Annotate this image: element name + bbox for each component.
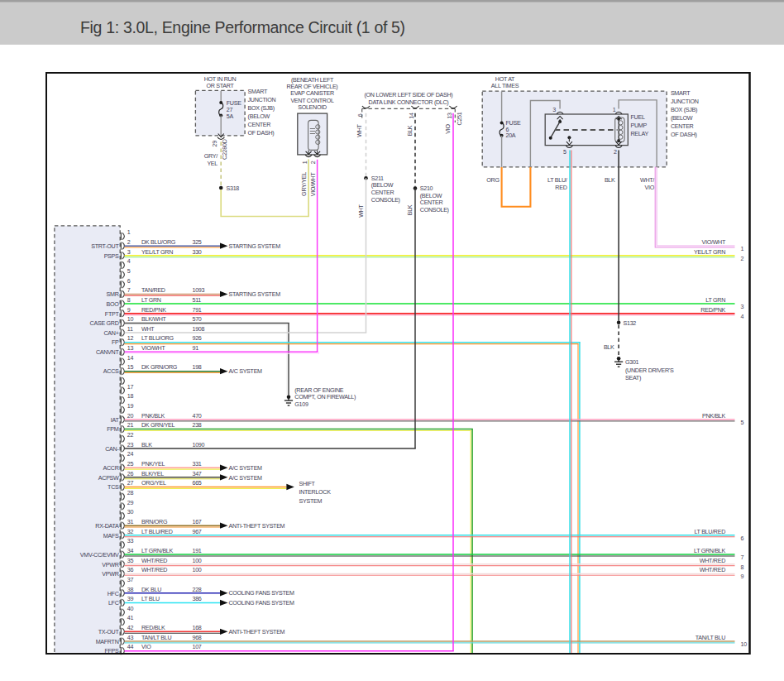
g109-note-line: COMPT, ON FIREWALL) (294, 394, 356, 400)
pcm-pin-bracket (122, 570, 124, 577)
dlc-wire14-label: BLK (407, 125, 414, 136)
dlc-note-line: DATA LINK CONNECTOR (DLC) (369, 99, 449, 106)
wire-circuit-number: 191 (193, 548, 202, 554)
system-destination: A/C SYSTEM (229, 465, 263, 472)
g109-label: G109 (294, 401, 308, 408)
pcm-pin-bracket (122, 281, 124, 288)
system-arrow (220, 590, 228, 596)
wire-color-label: BLK/YEL (141, 471, 164, 477)
pcm-pin-number: 29 (127, 500, 134, 506)
wire-circuit-number: 100 (193, 567, 202, 573)
wire-circuit-number: 330 (193, 249, 202, 256)
pcm-pin-number: 44 (127, 644, 134, 650)
g301-note-line: (UNDER DRIVER'S (625, 367, 674, 374)
sjb1-label-line: CENTER (248, 122, 271, 128)
pcm-pin-number: 9 (127, 307, 131, 314)
pcm-pin-number: 30 (127, 509, 134, 516)
foreground-wires (570, 151, 619, 654)
dlc-connector-label: C251 (457, 112, 463, 125)
wire-color-label: DK GRN/YEL (141, 422, 175, 429)
pcm-pin-bracket (122, 618, 124, 625)
wire-color-label: YEL/LT GRN (141, 249, 173, 256)
solenoid-note-line: REAR OF VEHICLE) (287, 84, 338, 90)
pcm-pin-number: 35 (127, 558, 134, 564)
wire-color-label: PNK/BLK (141, 413, 165, 420)
system-destination: STARTING SYSTEM (229, 291, 281, 298)
wire-color-label: LT GRN (141, 297, 161, 304)
pcm-connector (55, 226, 120, 654)
pcm-pin-bracket (122, 435, 124, 442)
wht-vio-wire (657, 167, 734, 246)
wire-circuit-number: 511 (193, 297, 202, 304)
pcm-pin-bracket (122, 474, 124, 481)
wire-circuit-number: 1908 (193, 326, 205, 333)
pcm-pin-number: 28 (127, 490, 134, 496)
system-destination: ANTI-THEFT SYSTEM (229, 629, 285, 635)
pcm-pin-number: 39 (127, 596, 134, 602)
pcm-pin-number: 23 (127, 442, 134, 448)
system-arrow (286, 484, 294, 490)
dlc-pin14-number: 14 (409, 113, 415, 119)
pcm-pin-bracket (122, 300, 124, 307)
terminal-dot (549, 137, 552, 140)
pcm-pin-number: 15 (127, 364, 134, 371)
engine-performance-circuit-diagram: Fig 1: 3.0L, Engine Performance Circuit … (0, 0, 784, 681)
wire-color-label: WHT/RED (141, 567, 167, 573)
pcm-pin-bracket (122, 454, 124, 461)
org-wire (502, 167, 531, 207)
wire-circuit-number: 926 (193, 335, 202, 342)
exit-number: 5 (741, 420, 744, 426)
solenoid-wire1-label: GRY/YEL (301, 172, 308, 196)
pcm-pin-number: 19 (127, 403, 134, 410)
pcm-pin-number: 24 (127, 451, 134, 458)
pcm-pin-bracket (122, 271, 124, 278)
pcm-pin-bracket (122, 387, 124, 394)
dlc-pin6-number: 6 (357, 113, 364, 117)
pcm-pin-signal: VPWR (102, 562, 118, 568)
pcm-pin-signal: ACCR (103, 465, 118, 472)
solenoid-box (298, 113, 327, 155)
sjb2-label-line: (BELOW (671, 115, 693, 122)
pcm-pin-bracket (122, 590, 124, 597)
pcm-pin-bracket (122, 425, 124, 432)
system-destination: A/C SYSTEM (229, 368, 263, 375)
sjb1-label-line: BOX (SJB) (248, 105, 275, 112)
splice-s210-label: S210 (420, 185, 433, 192)
system-destination: INTERLOCK (299, 489, 332, 496)
pcm-pin-bracket (122, 503, 124, 510)
pcm-pin-number: 20 (127, 413, 134, 420)
pcm-pin-number: 1 (127, 229, 131, 236)
pcm-pin-bracket (122, 628, 124, 635)
system-destination: COOLING FANS SYSTEM (229, 590, 295, 597)
wht-vio-wire-label: WHT/ (640, 177, 654, 184)
pcm-pin-bracket (122, 541, 124, 548)
pcm-pin-number: 14 (127, 355, 134, 362)
pcm-pin-bracket (122, 377, 124, 384)
wiring-diagram-page: Fig 1: 3.0L, Engine Performance Circuit … (0, 0, 784, 681)
pcm-pin-number: 4 (127, 258, 131, 265)
wire-color-label: PNK/YEL (141, 461, 165, 468)
wire-color-label: VIO/WHT (141, 345, 165, 352)
pcm-box (55, 226, 120, 654)
pcm-pin-number: 37 (127, 577, 134, 583)
splice-s211-label: S211 (371, 175, 384, 182)
pcm-pin-signal: SMR (107, 291, 119, 298)
pcm-pin-number: 34 (127, 548, 134, 554)
evap-vent-solenoid: (BENEATH LEFT REAR OF VEHICLE) EVAP CANI… (287, 77, 338, 197)
wire-circuit-number: 968 (193, 635, 202, 641)
pcm-pin-number: 32 (127, 529, 134, 535)
pcm-pin-bracket (122, 638, 124, 645)
pcm-pin-bracket (122, 416, 124, 423)
wire-color-label: VIO (141, 644, 151, 650)
wire-circuit-number: 325 (193, 239, 202, 246)
solenoid-note-line: EVAP CANISTER (290, 90, 334, 97)
dlc-splice14-line: (BELOW (420, 193, 442, 199)
solenoid-note-line: SOLENOID (298, 104, 327, 111)
pcm-pin-bracket (122, 338, 124, 345)
pcm-pin-signal: CAN+ (103, 330, 118, 337)
solenoid-note-line: VENT CONTROL (290, 98, 334, 104)
pcm-pin-bracket (122, 561, 124, 568)
wire-circuit-number: 91 (193, 345, 199, 352)
sjb1-fuse-line: 27 (227, 107, 233, 113)
pcm-pin-number: 5 (127, 268, 131, 275)
